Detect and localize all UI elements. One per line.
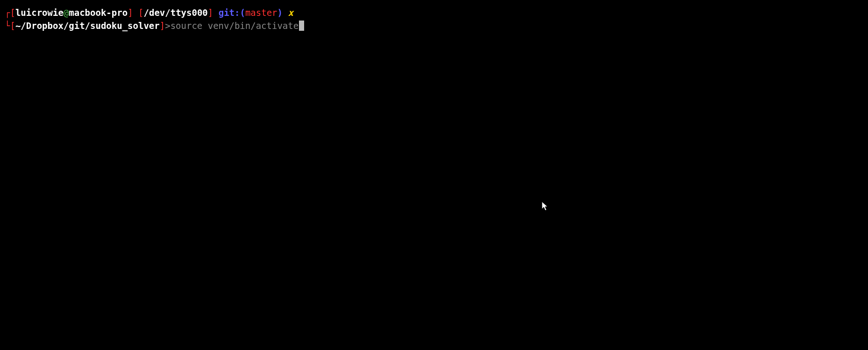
at-symbol: @	[64, 7, 69, 18]
git-paren-open: (	[240, 7, 245, 18]
bracket-close: ]	[128, 7, 133, 18]
mouse-cursor-icon	[542, 202, 549, 212]
prompt-line-1: ┌[luicrowie@macbook-pro] [/dev/ttys000] …	[5, 7, 863, 20]
prompt-line-2: └[~/Dropbox/git/sudoku_solver]>source ve…	[5, 20, 863, 33]
hostname: macbook-pro	[69, 7, 128, 18]
bracket-close-3: ]	[160, 21, 165, 31]
git-branch: master	[245, 7, 277, 18]
bracket-open: ┌[	[5, 7, 15, 18]
bracket-open-2: [	[138, 7, 143, 18]
bracket-close-2: ]	[208, 7, 213, 18]
text-cursor	[299, 21, 304, 31]
bracket-open-3: └[	[5, 21, 15, 31]
terminal-output[interactable]: ┌[luicrowie@macbook-pro] [/dev/ttys000] …	[5, 7, 863, 32]
username: luicrowie	[15, 7, 64, 18]
tty-path: /dev/ttys000	[144, 7, 208, 18]
current-working-directory: ~/Dropbox/git/sudoku_solver	[15, 21, 160, 31]
git-label: git:	[219, 7, 240, 18]
command-input[interactable]: source venv/bin/activate	[171, 21, 299, 31]
git-dirty-icon: x	[288, 7, 293, 18]
git-paren-close: )	[277, 7, 283, 18]
prompt-arrow: >	[165, 21, 170, 31]
